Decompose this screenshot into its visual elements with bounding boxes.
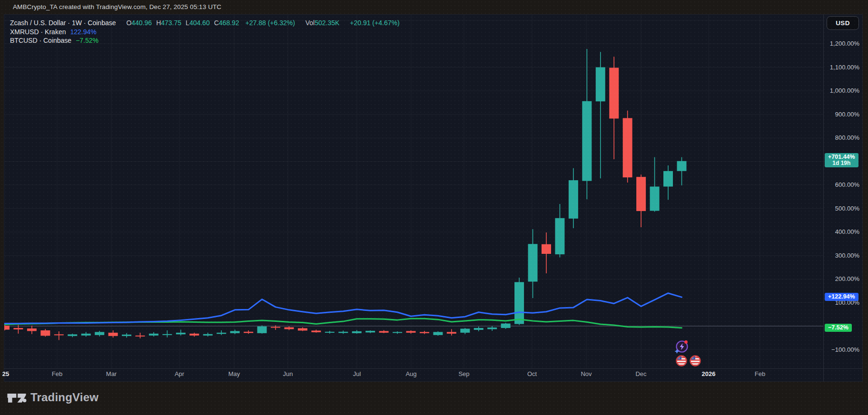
compare-symbol-value: −7.52% [76, 37, 99, 44]
price-axis-label: 300.00% [835, 252, 859, 259]
event-stickers[interactable] [670, 338, 710, 372]
candle-body[interactable] [230, 331, 240, 333]
price-badge-value: +122.94% [828, 293, 855, 300]
candle-body[interactable] [27, 328, 37, 331]
candle-body[interactable] [284, 327, 294, 329]
price-axis-label: 1,200.00% [830, 40, 859, 47]
candle-body[interactable] [487, 328, 497, 329]
candle-body[interactable] [596, 68, 605, 102]
candle-body[interactable] [122, 335, 131, 336]
candle-body[interactable] [298, 328, 307, 330]
candle-body[interactable] [677, 161, 687, 171]
candle-body[interactable] [338, 332, 348, 333]
candle-body[interactable] [176, 333, 186, 334]
change-value: +27.88 (+6.32%) [246, 19, 295, 27]
time-axis-label: Dec [628, 370, 654, 377]
candle-body[interactable] [365, 331, 375, 332]
candle-body[interactable] [108, 333, 118, 336]
time-axis[interactable]: 25FebMarAprMayJunJulAugSepOctNovDec2026F… [0, 370, 868, 381]
price-axis[interactable]: 1,200.00%1,100.00%1,000.00%900.00%800.00… [824, 14, 868, 368]
candle-body[interactable] [569, 180, 578, 219]
price-axis-label: 1,100.00% [830, 64, 859, 71]
plot-layer [0, 49, 687, 340]
price-badge-value: +701.44% [828, 154, 855, 160]
bar-countdown: 1d 19h [828, 160, 855, 166]
legend: Zcash / U.S. Dollar · 1W · Coinbase O440… [10, 19, 400, 45]
volume-value: 502.35K [315, 19, 339, 27]
candle-body[interactable] [406, 331, 416, 332]
ohlc-value: 404.60 [189, 19, 210, 27]
candle-body[interactable] [623, 118, 632, 177]
time-axis-label: Oct [519, 370, 545, 377]
candle-body[interactable] [217, 333, 226, 334]
candle-body[interactable] [136, 336, 145, 337]
candle-body[interactable] [271, 327, 280, 328]
candle-body[interactable] [609, 68, 619, 118]
candle-body[interactable] [393, 332, 402, 333]
candle-body[interactable] [81, 334, 91, 336]
candle-body[interactable] [352, 331, 362, 333]
candle-body[interactable] [13, 328, 23, 329]
candle-body[interactable] [555, 218, 564, 254]
candle-body[interactable] [189, 334, 199, 336]
candle-body[interactable] [257, 326, 267, 333]
price-axis-label: 400.00% [835, 228, 859, 235]
event-icon-us-flag[interactable] [690, 356, 700, 366]
candle-body[interactable] [149, 334, 158, 336]
ohlc-value: 468.92 [219, 19, 239, 27]
legend-row-compare[interactable]: BTCUSD · Coinbase−7.52% [10, 36, 400, 45]
candle-body[interactable] [95, 332, 104, 335]
candle-body[interactable] [433, 332, 443, 335]
candle-body[interactable] [514, 282, 524, 324]
compare-symbol-value: 122.94% [70, 28, 96, 36]
compare-symbol-title[interactable]: XMRUSD · Kraken [10, 28, 66, 36]
candle-body[interactable] [636, 177, 646, 211]
candle-body[interactable] [203, 334, 213, 336]
notification-dot [684, 340, 688, 344]
ohlc-key: C [214, 19, 219, 27]
time-axis-label: Feb [44, 370, 70, 377]
chart-canvas[interactable] [0, 0, 868, 415]
candle-body[interactable] [0, 326, 10, 329]
time-axis-label: Jun [275, 370, 301, 377]
event-icon-us-flag[interactable] [676, 356, 687, 366]
candle-body[interactable] [311, 330, 321, 332]
event-icon-lightning[interactable] [675, 340, 688, 354]
candle-body[interactable] [650, 186, 660, 211]
candle-body[interactable] [40, 330, 50, 336]
symbol-title[interactable]: Zcash / U.S. Dollar · 1W · Coinbase [10, 19, 116, 27]
currency-toggle-button[interactable]: USD [827, 16, 859, 30]
volume-change: +20.91 (+4.67%) [350, 19, 399, 27]
legend-row-compare[interactable]: XMRUSD · Kraken122.94% [10, 28, 400, 37]
candle-body[interactable] [663, 171, 673, 187]
time-scale-border [4, 368, 863, 369]
candle-body[interactable] [474, 328, 483, 330]
candle-body[interactable] [528, 244, 538, 281]
candle-body[interactable] [244, 332, 253, 333]
candle-body[interactable] [542, 244, 551, 254]
ohlc-value: 440.96 [131, 19, 152, 27]
compare-symbol-title[interactable]: BTCUSD · Coinbase [10, 37, 71, 44]
candle-body[interactable] [325, 332, 335, 333]
time-axis-label: Mar [98, 370, 125, 377]
candle-body[interactable] [460, 328, 470, 332]
ohlc-value: 473.75 [161, 19, 181, 27]
candle-body[interactable] [68, 334, 77, 336]
candle-body[interactable] [501, 324, 511, 328]
candle-body[interactable] [162, 334, 172, 335]
time-axis-label: Aug [398, 370, 424, 377]
candle-body[interactable] [54, 334, 64, 335]
compare-rows: XMRUSD · Kraken122.94%BTCUSD · Coinbase−… [10, 28, 400, 45]
candle-body[interactable] [379, 331, 389, 332]
candle-body[interactable] [582, 101, 592, 181]
price-axis-label: 500.00% [835, 205, 859, 212]
time-axis-label: Apr [166, 370, 193, 377]
time-axis-label: Jul [344, 370, 370, 377]
candle-body[interactable] [420, 332, 429, 333]
xmrusd-compare-line[interactable] [5, 293, 682, 324]
candle-body[interactable] [447, 332, 456, 333]
price-axis-label: 900.00% [835, 111, 859, 118]
price-axis-label: 1,000.00% [830, 87, 859, 94]
ohlc-values: O440.96H473.75L404.60C468.92 [126, 19, 243, 27]
legend-row-main[interactable]: Zcash / U.S. Dollar · 1W · Coinbase O440… [10, 19, 400, 28]
